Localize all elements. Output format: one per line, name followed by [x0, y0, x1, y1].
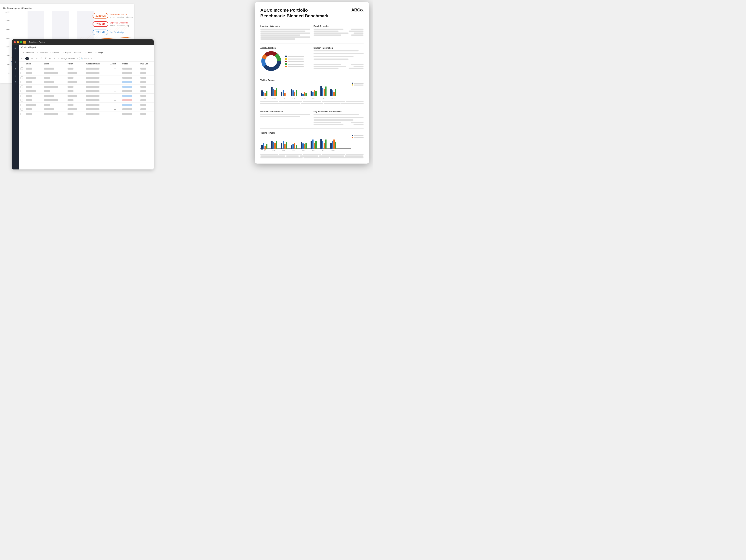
sidebar-menu-icon[interactable]: ☰ — [13, 47, 17, 51]
sidebar-folder-icon[interactable]: ⊡ — [13, 60, 17, 64]
svg-text:5 Yr: 5 Yr — [312, 150, 315, 151]
col-action[interactable]: Action — [109, 62, 121, 66]
bar-chart-legend-2 — [352, 135, 364, 138]
col-data-load[interactable]: Data Loa — [139, 62, 153, 66]
svg-text:5 Yr: 5 Yr — [312, 97, 315, 99]
manage-securities-button[interactable]: Manage Securities — [58, 57, 78, 60]
svg-rect-39 — [304, 92, 305, 96]
link-button[interactable]: ⊠ — [49, 57, 52, 60]
row-checkbox[interactable] — [21, 81, 23, 83]
svg-rect-47 — [323, 89, 325, 96]
add-button[interactable]: ＋ — [35, 57, 38, 60]
table-row: — — [19, 66, 153, 71]
sidebar-triangle-icon[interactable]: △ — [13, 73, 17, 77]
tab-image[interactable]: ⊡ Image — [94, 51, 104, 54]
svg-rect-76 — [291, 145, 292, 148]
svg-text:3 Yr: 3 Yr — [302, 97, 305, 99]
key-investment-title: Key Investment Professionals — [314, 111, 364, 113]
y-axis-labels: 1400 1200 1000 800 600 400 200 0 — [3, 11, 10, 74]
factsheet-header: ABCo Income PortfolioBenchmark: Blended … — [260, 7, 364, 19]
row-checkbox[interactable] — [21, 67, 23, 70]
donut-legend — [285, 56, 304, 67]
svg-rect-75 — [286, 142, 287, 148]
svg-text:7 Yr: 7 Yr — [322, 150, 324, 151]
factsheet-logo: ABCo. — [351, 7, 364, 12]
search-button[interactable]: 🔍 Search — [79, 57, 92, 60]
row-checkbox[interactable] — [21, 94, 23, 97]
table-row: — — [19, 93, 153, 98]
callout-baseline-emissions: 1250 Mt Baseline Emissions 485 Mt Baseli… — [92, 13, 133, 19]
svg-rect-22 — [263, 92, 264, 96]
edit-button[interactable]: ✎ — [53, 57, 56, 60]
col-ticker[interactable]: Ticker — [66, 62, 84, 66]
toolbar-divider — [57, 57, 57, 60]
svg-text:10 Yr: 10 Yr — [332, 97, 335, 99]
svg-text:3 Mo: 3 Mo — [272, 97, 276, 99]
svg-text:1 Yr: 1 Yr — [292, 97, 295, 99]
svg-rect-85 — [312, 140, 314, 148]
col-status[interactable]: Status — [121, 62, 139, 66]
strategy-info-title: Strategy Information — [314, 47, 364, 49]
tab-dashboard[interactable]: ⊞ Dashboard — [21, 51, 35, 54]
sidebar-doc-icon[interactable]: ⊟ — [13, 80, 17, 84]
minimize-dot[interactable] — [17, 41, 19, 43]
svg-rect-26 — [273, 89, 274, 96]
filter-button[interactable]: ⊽ — [44, 57, 47, 60]
col-cusip[interactable]: Cusip — [24, 62, 42, 66]
svg-rect-73 — [283, 141, 284, 148]
table-row: — — [19, 103, 153, 107]
count-badge: 77 — [25, 57, 29, 60]
table-row: — — [19, 107, 153, 112]
sidebar-home-icon[interactable]: ⌂ — [13, 53, 17, 57]
portfolio-char-title: Portfolio Characteristics — [260, 111, 310, 113]
svg-rect-41 — [311, 91, 312, 96]
expected-label: Expected Emissions — [110, 22, 129, 24]
table-row: — — [19, 71, 153, 76]
tab-labels[interactable]: ◇ Labels — [83, 51, 94, 54]
securities-table: Cusip SecID Ticker Investment Name Actio… — [19, 62, 153, 116]
svg-rect-33 — [291, 89, 292, 96]
row-checkbox[interactable] — [21, 104, 23, 106]
table-container: Cusip SecID Ticker Investment Name Actio… — [19, 62, 153, 169]
user-button[interactable]: ⚇ — [40, 57, 43, 60]
svg-rect-91 — [325, 140, 326, 148]
row-checkbox[interactable] — [21, 90, 23, 92]
sidebar-grid-icon[interactable]: ⊞ — [13, 66, 17, 71]
svg-rect-64 — [264, 146, 266, 148]
svg-rect-27 — [274, 90, 276, 96]
row-checkbox[interactable] — [21, 113, 23, 115]
svg-rect-37 — [301, 93, 302, 96]
delete-button[interactable]: 🗑 — [30, 57, 34, 60]
svg-point-19 — [266, 56, 276, 66]
strategy-info: Strategy Information — [314, 47, 364, 73]
row-checkbox[interactable] — [21, 99, 23, 102]
col-investment-name[interactable]: Investment Name — [84, 62, 109, 66]
svg-rect-43 — [314, 90, 315, 96]
table-row: — — [19, 85, 153, 89]
svg-rect-65 — [266, 144, 267, 148]
maximize-dot[interactable] — [20, 41, 22, 43]
search-icon: 🔍 — [81, 58, 83, 59]
svg-rect-89 — [322, 141, 323, 148]
factsheet-report: ABCo Income PortfolioBenchmark: Blended … — [255, 2, 369, 164]
portfolio-char: Portfolio Characteristics — [260, 111, 310, 125]
svg-rect-44 — [315, 91, 317, 96]
window-body: ☰ ⌂ ⊡ ⊞ △ ⊟ Custom Report ⊞ Dashboard ≡ … — [12, 45, 153, 169]
trailing-returns-2-title: Trailing Returns — [260, 132, 364, 134]
baseline-emissions-badge: 1250 Mt — [92, 13, 108, 19]
svg-rect-77 — [292, 144, 294, 148]
row-checkbox[interactable] — [21, 72, 23, 74]
tab-reports[interactable]: ⊡ Reports - Factsheets — [61, 51, 83, 54]
row-checkbox[interactable] — [21, 85, 23, 88]
svg-rect-72 — [281, 143, 282, 148]
row-checkbox[interactable] — [21, 77, 23, 79]
svg-rect-46 — [322, 88, 323, 96]
close-dot[interactable] — [14, 41, 16, 43]
svg-rect-86 — [314, 143, 315, 148]
tab-universities[interactable]: ≡ Universities - Investments — [36, 51, 61, 54]
svg-rect-81 — [302, 143, 304, 148]
svg-rect-52 — [335, 89, 336, 96]
row-checkbox[interactable] — [21, 108, 23, 111]
svg-rect-25 — [271, 87, 272, 96]
col-secid[interactable]: SecID — [42, 62, 66, 66]
